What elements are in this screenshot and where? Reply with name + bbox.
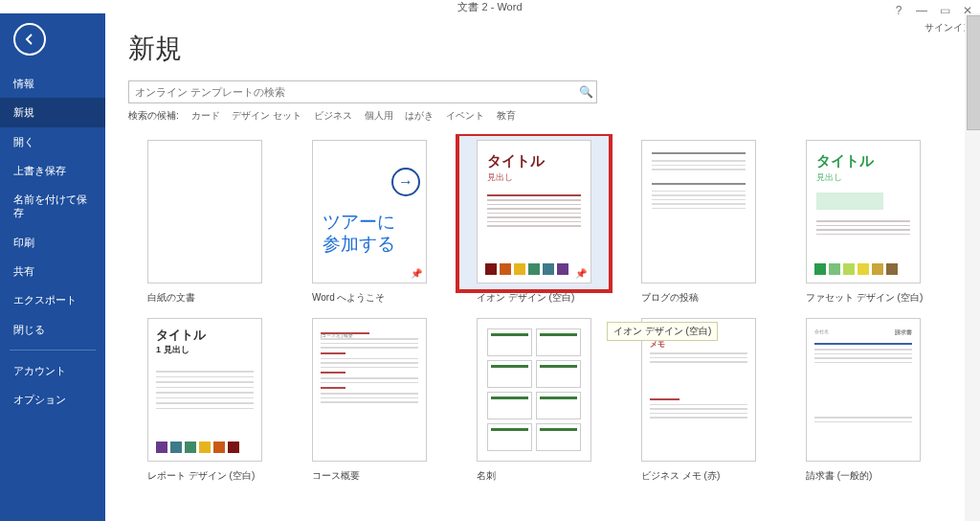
color-swatches <box>814 263 898 275</box>
template-caption: 白紙の文書 <box>128 291 281 305</box>
template-blank[interactable]: 白紙の文書 <box>128 134 281 305</box>
title-bar: 文書 2 - Word ? — ▭ ✕ サインイン <box>0 0 980 13</box>
sidebar-item-export[interactable]: エクスポート <box>0 285 105 314</box>
window-title: 文書 2 - Word <box>457 0 522 14</box>
sidebar-divider <box>10 350 96 351</box>
sidebar-item-new[interactable]: 新規 <box>0 98 105 126</box>
color-swatches <box>485 263 568 275</box>
sidebar-item-print[interactable]: 印刷 <box>0 228 105 257</box>
page-title: 新規 <box>128 31 957 67</box>
suggest-label: 検索の候補: <box>128 110 179 121</box>
scrollbar-thumb[interactable] <box>967 15 980 130</box>
color-swatches <box>156 442 239 453</box>
sidebar-item-saveas[interactable]: 名前を付けて保存 <box>0 185 105 228</box>
search-input[interactable] <box>129 86 575 98</box>
template-meishi[interactable]: 名刺 <box>457 312 611 483</box>
suggest-link[interactable]: 教育 <box>497 110 516 121</box>
template-caption: 請求書 (一般的) <box>787 469 940 483</box>
template-search[interactable]: 🔍 <box>128 80 597 103</box>
template-facet[interactable]: タイトル 見出し ファセット デザイン (空白) <box>787 134 940 305</box>
template-caption: ファセット デザイン (空白) <box>787 291 940 305</box>
sidebar-item-options[interactable]: オプション <box>0 385 105 414</box>
template-ion[interactable]: タイトル 見出し 📌 イオン デザイン (空白) <box>457 134 611 305</box>
template-report[interactable]: タイトル 1 見出し レポート デザイン (空白) <box>128 312 281 483</box>
template-gallery: 白紙の文書 → ツアーに 参加する 📌 Word へようこそ <box>128 134 957 483</box>
suggest-link[interactable]: カード <box>191 110 220 121</box>
suggest-link[interactable]: はがき <box>405 110 434 121</box>
suggest-link[interactable]: ビジネス <box>314 110 352 121</box>
template-invoice[interactable]: 会社名請求書 請求書 (一般的) <box>787 312 940 483</box>
template-caption: ブログの投稿 <box>622 291 775 305</box>
template-caption: コース概要 <box>293 469 446 483</box>
template-caption: ビジネス メモ (赤) <box>622 469 775 483</box>
vertical-scrollbar[interactable] <box>965 13 980 521</box>
sidebar-item-save[interactable]: 上書き保存 <box>0 156 105 185</box>
sidebar-item-account[interactable]: アカウント <box>0 356 105 385</box>
template-caption: Word へようこそ <box>293 291 446 305</box>
template-course[interactable]: [コース名] 概要 コース概要 <box>293 312 446 483</box>
suggest-link[interactable]: デザイン セット <box>232 110 301 121</box>
sidebar-item-close[interactable]: 閉じる <box>0 315 105 344</box>
search-suggestions: 検索の候補: カード デザイン セット ビジネス 個人用 はがき イベント 教育 <box>128 109 957 123</box>
arrow-right-icon: → <box>391 168 420 196</box>
template-tooltip: イオン デザイン (空白) <box>607 322 718 341</box>
template-tour[interactable]: → ツアーに 参加する 📌 Word へようこそ <box>293 134 446 305</box>
suggest-link[interactable]: 個人用 <box>365 110 393 121</box>
template-caption: イオン デザイン (空白) <box>457 291 611 305</box>
content: 新規 🔍 検索の候補: カード デザイン セット ビジネス 個人用 はがき イベ… <box>105 13 980 521</box>
sidebar-item-info[interactable]: 情報 <box>0 69 105 98</box>
template-caption: レポート デザイン (空白) <box>128 469 281 483</box>
template-blog[interactable]: ブログの投稿 <box>622 134 775 305</box>
main: 情報 新規 開く 上書き保存 名前を付けて保存 印刷 共有 エクスポート 閉じる… <box>0 13 980 521</box>
template-caption: 名刺 <box>457 469 611 483</box>
back-icon[interactable] <box>13 23 46 56</box>
pin-icon[interactable]: 📌 <box>575 268 587 279</box>
suggest-link[interactable]: イベント <box>446 110 484 121</box>
sidebar-item-share[interactable]: 共有 <box>0 257 105 285</box>
app-root: 文書 2 - Word ? — ▭ ✕ サインイン 情報 新規 開く 上書き保存… <box>0 0 980 521</box>
search-icon[interactable]: 🔍 <box>575 85 596 99</box>
pin-icon[interactable]: 📌 <box>411 268 422 279</box>
backstage-sidebar: 情報 新規 開く 上書き保存 名前を付けて保存 印刷 共有 エクスポート 閉じる… <box>0 13 105 521</box>
sidebar-item-open[interactable]: 開く <box>0 127 105 156</box>
